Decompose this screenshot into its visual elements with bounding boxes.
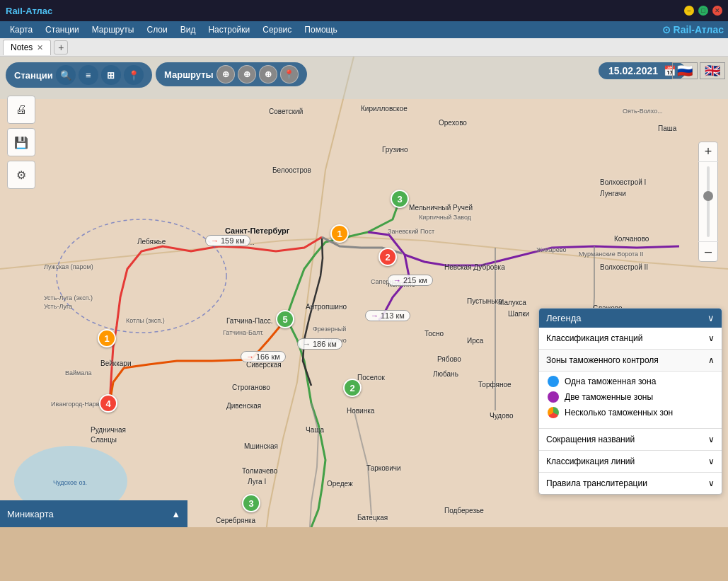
place-kolchanovo: Колчаново [614,235,649,243]
route-marker-1b[interactable]: 1 [98,329,116,347]
place-posyolok: Поселок [357,374,385,381]
legend-dot-blue [548,376,559,387]
legend-translit-toggle[interactable]: ∨ [708,478,715,488]
route-marker-2b[interactable]: 2 [343,379,362,397]
minimap-label: Миникарта [7,509,54,519]
lang-flags: 🇷🇺 🇬🇧 [672,62,725,79]
legend-translit-label: Правила транслитерации [546,478,647,488]
dist-label-113: → 113 км [365,310,410,321]
settings-button[interactable]: ⚙ [7,161,35,189]
legend-section-stations[interactable]: Классификация станций ∨ [539,328,722,350]
flag-ru[interactable]: 🇷🇺 [672,62,698,79]
dist-label-186: → 186 км [297,338,342,350]
routes-icon-3[interactable]: ⊕ [259,65,277,84]
zoom-out-button[interactable]: – [698,241,718,261]
legend-customs-items: Одна таможенная зона Две таможенные зоны… [539,372,722,429]
legend-abbrev-toggle[interactable]: ∨ [708,435,715,444]
place-lungachi: Лунгачи [600,190,626,197]
save-button[interactable]: 💾 [7,128,35,156]
menu-item-layers[interactable]: Слои [141,23,173,36]
legend-item-one-zone-label: Одна таможенная зона [565,376,656,386]
legend-header: Легенда ∨ [539,309,722,328]
flag-en[interactable]: 🇬🇧 [700,62,725,79]
place-veikari: Вейккари [100,359,132,367]
route-marker-2a[interactable]: 2 [379,248,397,266]
legend-section-lines[interactable]: Классификация линий ∨ [539,451,722,473]
menu-item-service[interactable]: Сервис [257,23,297,36]
zoom-in-button[interactable]: + [698,142,718,162]
place-soviet: Советский [269,108,303,115]
stations-list-button[interactable]: ≡ [79,65,98,85]
place-novinka: Новинка [347,407,374,415]
menu-item-map[interactable]: Карта [4,23,38,36]
menu-item-settings[interactable]: Настройки [202,23,255,36]
place-vaimala: Ваймала [65,369,92,376]
tab-notes[interactable]: Notes ✕ [3,40,51,55]
zoom-control: + – [698,142,718,262]
legend-abbrev-label: Сокращения названий [546,435,635,444]
place-zhikharevo: Жихарево [536,246,566,253]
stations-grid-button[interactable]: ⊞ [101,65,121,85]
print-button[interactable]: 🖨 [7,96,35,124]
legend-section-translit[interactable]: Правила транслитерации ∨ [539,473,722,494]
place-kotly: Котлы (эксп.) [126,317,165,324]
place-zanevpost: Заневский Пост [388,228,434,235]
routes-icon-2[interactable]: ⊕ [238,65,256,84]
left-tools: 🖨 💾 ⚙ [7,96,35,189]
dist-label-215: → 215 км [388,275,433,286]
route-marker-4[interactable]: 4 [99,394,117,413]
place-luga: Луга I [248,478,266,485]
stations-search-button[interactable]: 🔍 [56,65,76,85]
date-text: 15.02.2021 [608,65,658,76]
menu-item-stations[interactable]: Станции [40,23,85,36]
place-gatchina-balt: Гатчина-Балт. [223,329,264,336]
legend-customs-toggle[interactable]: ∧ [708,355,715,365]
tabbar: Notes ✕ + [0,38,728,57]
dist-label-159: → 159 км [205,235,250,246]
legend-stations-toggle[interactable]: ∨ [708,333,715,343]
minimize-button[interactable]: – [684,6,694,16]
zoom-track[interactable] [707,166,710,237]
toolbar-routes: Маршруты ⊕ ⊕ ⊕ 📍 [156,62,307,86]
route-marker-3b[interactable]: 3 [242,494,260,512]
routes-icon-4[interactable]: 📍 [280,65,299,84]
place-ust-luga2: Усть-Луга [44,303,72,310]
routes-icon-1[interactable]: ⊕ [216,65,235,84]
place-maluksa: Малукса [498,299,526,306]
place-stroganovo: Строганово [232,384,270,391]
menu-item-help[interactable]: Помощь [299,23,342,36]
maximize-button[interactable]: □ [698,6,708,16]
menu-item-routes[interactable]: Маршруты [86,23,140,36]
place-lebyazhe: Лебяжье [137,238,166,246]
close-button[interactable]: ✕ [712,6,722,16]
tab-close-button[interactable]: ✕ [37,43,43,52]
place-gatchina: Гатчина-Пасс. [226,317,273,325]
route-marker-1a[interactable]: 1 [330,224,349,243]
minimap-toggle-button[interactable]: ▲ [171,509,180,519]
legend-collapse-button[interactable]: ∨ [707,313,715,323]
route-marker-3a[interactable]: 3 [391,190,409,208]
place-murm-vorot: Мурманские Ворота II [579,251,644,258]
stations-pin-button[interactable]: 📍 [124,65,144,85]
app-title: Rail-Атлас [6,6,52,16]
menubar: Карта Станции Маршруты Слои Вид Настройк… [0,21,728,38]
place-orekhovo: Орехово [439,119,467,127]
legend-lines-toggle[interactable]: ∨ [708,456,715,466]
legend-item-multi-zones-label: Несколько таможенных зон [565,408,673,418]
tab-add-button[interactable]: + [54,40,68,54]
titlebar-controls: – □ ✕ [684,6,722,16]
legend-customs-label: Зоны таможенного контроля [546,355,659,365]
place-beloostrov: Белоостров [272,166,311,174]
zoom-thumb[interactable] [703,191,713,201]
route-marker-5[interactable]: 5 [276,310,294,328]
legend-title: Легенда [546,313,581,323]
legend-section-abbrev[interactable]: Сокращения названий ∨ [539,429,722,451]
legend-section-customs[interactable]: Зоны таможенного контроля ∧ [539,350,722,372]
menu-item-view[interactable]: Вид [175,23,202,36]
titlebar-left: Rail-Атлас [6,6,52,16]
map-container[interactable]: Чудское оз. [0,57,728,527]
place-irsa: Ирса [467,337,483,345]
place-ryabovo: Рябово [437,355,461,363]
place-oredezh: Оредеж [327,480,353,488]
dist-label-166: → 166 км [241,351,286,362]
